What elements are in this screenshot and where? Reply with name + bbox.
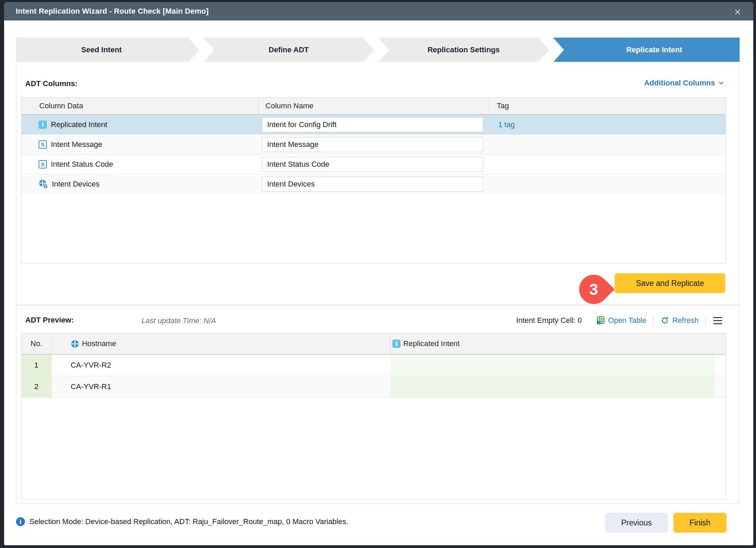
dialog-title: Intent Replication Wizard - Route Check … [16,7,209,16]
column-name-input[interactable] [262,117,483,132]
panel-divider [16,305,740,305]
step-replication-settings[interactable]: Replication Settings [378,38,549,62]
intent-empty-cell-count: Intent Empty Cell: 0 [516,316,582,325]
step-label: Replicate Intent [626,45,682,54]
column-data-label: Intent Status Code [51,160,113,169]
header-no: No. [22,333,52,354]
additional-columns-label: Additional Columns [644,79,715,87]
replicated-intent-cell[interactable] [390,376,714,397]
open-table-link[interactable]: i Open Table [596,316,646,325]
column-data-label: Replicated Intent [51,120,107,129]
adt-columns-table-header: Column Data Column Name Tag [22,98,726,115]
step-label: Replication Settings [428,45,500,54]
adt-preview-label: ADT Preview: [25,316,74,325]
last-update-time: Last update Time: N/A [141,316,216,325]
header-tag: Tag [489,98,714,114]
footer-buttons: Previous Finish [605,513,727,533]
hostname-cell: CA-YVR-R1 [52,376,390,397]
additional-columns-link[interactable]: Additional Columns [644,79,725,87]
header-replicated-intent: I Replicated Intent [390,333,714,354]
header-gutter [714,333,726,354]
tag-link[interactable]: 1 tag [498,120,515,129]
table-row[interactable]: S Intent Status Code [22,154,726,174]
open-table-label: Open Table [608,316,646,325]
refresh-icon [660,316,669,325]
table-row[interactable]: S Intent Message [22,135,726,154]
table-row[interactable]: 2 CA-YVR-R1 [22,376,726,398]
column-name-input[interactable] [262,137,483,152]
column-data-label: Intent Message [51,140,102,149]
step-label: Seed Intent [81,45,122,54]
column-data-label: Intent Devices [52,180,99,189]
preview-toolbar: Intent Empty Cell: 0 i Open Table Refres… [516,314,723,327]
step-define-adt[interactable]: Define ADT [203,38,374,62]
info-icon: i [16,517,25,526]
string-icon: S [39,160,47,168]
replicated-intent-cell[interactable] [390,355,714,376]
table-row[interactable]: I Replicated Intent 1 tag [22,115,726,135]
step-replicate-intent[interactable]: Replicate Intent [553,38,740,62]
intent-icon: I [39,121,47,129]
column-name-input[interactable] [262,177,483,192]
row-number-cell: 2 [22,376,52,397]
menu-icon[interactable] [713,316,723,326]
open-table-icon: i [596,316,605,325]
wizard-stepper: Seed Intent Define ADT Replication Setti… [16,38,740,62]
header-column-name: Column Name [258,98,489,114]
finish-button[interactable]: Finish [673,513,727,533]
header-gutter [714,98,726,114]
table-row[interactable]: 1 CA-YVR-R2 [22,355,726,376]
previous-button[interactable]: Previous [605,513,668,533]
adt-columns-table: Column Data Column Name Tag I Replicated… [21,97,726,263]
toolbar-separator [705,315,706,326]
row-number-cell: 1 [22,355,52,376]
step-label: Define ADT [269,45,309,54]
preview-table-header: No. Hostname I Replicated Intent [22,333,726,355]
refresh-link[interactable]: Refresh [660,316,699,325]
header-column-data: Column Data [22,98,258,114]
toolbar-separator [653,315,654,326]
chevron-down-icon [718,80,725,86]
header-replicated-intent-label: Replicated Intent [403,339,460,348]
dialog-titlebar: Intent Replication Wizard - Route Check … [4,2,753,20]
header-hostname: Hostname [52,333,390,354]
header-hostname-label: Hostname [82,339,116,348]
refresh-label: Refresh [672,316,699,325]
hostname-cell: CA-YVR-R2 [52,355,390,376]
column-name-input[interactable] [262,157,483,172]
device-icon [71,340,79,348]
step-seed-intent[interactable]: Seed Intent [16,38,199,62]
intent-icon: I [392,340,401,348]
close-icon[interactable]: × [731,5,744,18]
selection-mode-info: i Selection Mode: Device-based Replicati… [16,517,348,526]
string-icon: S [39,140,47,149]
adt-columns-label: ADT Columns: [25,79,78,88]
device-icon [39,179,48,189]
intent-replication-wizard-dialog: Intent Replication Wizard - Route Check … [4,2,753,545]
selection-mode-text: Selection Mode: Device-based Replication… [29,517,348,526]
table-row[interactable]: Intent Devices [22,174,726,194]
save-and-replicate-button[interactable]: Save and Replicate [615,273,725,293]
adt-preview-table: No. Hostname I Replicated Intent 1 CA-YV… [21,333,726,499]
